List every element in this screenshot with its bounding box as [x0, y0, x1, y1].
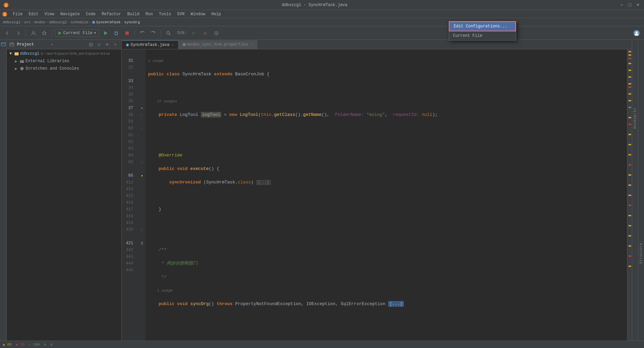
toolbar-redo-button[interactable] — [148, 28, 158, 38]
right-mark-warning-1 — [628, 51, 631, 52]
linenum-33: 33 — [122, 78, 136, 84]
run-config-button[interactable]: Current File ▾ — [55, 29, 99, 37]
project-open-folder-btn[interactable] — [88, 41, 94, 48]
linenum-421: 421 — [122, 240, 136, 247]
tree-external-libraries-label: External Libraries — [25, 59, 69, 64]
menu-build[interactable]: Build — [124, 11, 142, 17]
gutter-417 — [139, 206, 145, 213]
linenum-59: 59 — [122, 118, 136, 125]
gutter-415 — [139, 193, 145, 199]
linenum-35: 35 — [122, 91, 136, 98]
menu-svn[interactable]: SVN — [174, 11, 187, 17]
svn-check-button[interactable]: ✓ — [189, 28, 198, 38]
right-mark-error-5 — [628, 205, 631, 206]
gutter-37[interactable]: ● — [139, 105, 145, 111]
gutter-421a — [139, 233, 145, 240]
toolbar-nav-button[interactable] — [40, 28, 49, 38]
svn-warning-button[interactable]: ⚠ — [200, 28, 210, 38]
gutter-414 — [139, 186, 145, 193]
code-editor[interactable]: 1 usage public class SyncHrmTask extends… — [145, 49, 627, 341]
tab-properties-close[interactable]: ✕ — [249, 43, 253, 47]
run-config-arrow: ▾ — [94, 30, 96, 35]
bookmarks-label[interactable]: Bookmarks — [633, 107, 637, 129]
user-avatar-button[interactable] — [632, 28, 641, 38]
breadcrumb-syncOrg[interactable]: syncOrg — [124, 20, 140, 24]
menu-tools[interactable]: Tools — [156, 11, 174, 17]
code-line-35 — [148, 139, 624, 145]
close-button[interactable]: × — [635, 2, 641, 8]
toolbar-back-button[interactable] — [3, 28, 12, 38]
breadcrumb-ddbxzcgl[interactable]: ddbxzcgl — [3, 20, 21, 24]
gutter-66[interactable]: ● — [139, 172, 145, 179]
menu-code[interactable]: Code — [83, 11, 98, 17]
project-settings-btn[interactable]: ⚙ — [104, 41, 111, 48]
toolbar-user-button[interactable] — [29, 28, 38, 38]
linenum-36: 36 — [122, 98, 136, 105]
status-collapse-btn[interactable]: ∨ — [50, 342, 52, 347]
gutter-62 — [139, 139, 145, 145]
tab-synchrmtask-close[interactable]: ✕ — [171, 43, 174, 47]
breadcrumb-ddbxzcgl2[interactable]: ddbxzcgl — [49, 20, 67, 24]
left-project-icon[interactable] — [0, 41, 6, 47]
gutter-34 — [139, 84, 145, 91]
code-line-36: @Override — [148, 152, 624, 159]
toolbar-run-button[interactable] — [101, 28, 110, 38]
right-mark-warning-11 — [628, 144, 631, 145]
structure-label[interactable]: Structure — [639, 243, 643, 264]
linenum-60: 60 — [122, 125, 136, 132]
project-close-btn[interactable]: ✕ — [112, 41, 119, 48]
dropdown-current-file[interactable]: Current File — [449, 31, 516, 40]
tab-synchrmtask[interactable]: J SyncHrmTask.java ✕ — [122, 40, 178, 49]
title-bar-controls: − □ × — [618, 2, 641, 8]
svn-clock-button[interactable] — [212, 28, 221, 38]
tree-root-item[interactable]: ▼ ddbxzcgl D:\Workspace\SVN_WorkSpace\mi… — [7, 50, 121, 57]
status-expand-btn[interactable]: ∧ — [44, 342, 46, 347]
toolbar-debug-button[interactable] — [112, 28, 121, 38]
project-dropdown-icon[interactable]: ▾ — [51, 43, 53, 47]
toolbar-undo-button[interactable] — [138, 28, 147, 38]
svn-label: SVN: — [177, 31, 187, 35]
linenum-419: 419 — [122, 220, 136, 226]
breadcrumb-schedule[interactable]: schedule — [71, 20, 89, 24]
bookmarks-panel[interactable]: Bookmarks — [632, 40, 638, 341]
maximize-button[interactable]: □ — [626, 2, 633, 8]
breadcrumb-syncHrmTask[interactable]: SyncHrmTask — [92, 20, 121, 24]
toolbar-stop-button[interactable] — [122, 28, 132, 38]
gutter-416 — [139, 199, 145, 206]
menu-edit[interactable]: Edit — [26, 11, 41, 17]
project-collapse-btn[interactable] — [96, 41, 102, 48]
tree-scratches[interactable]: ▶ Scratches and Consoles — [12, 65, 121, 72]
status-errors[interactable]: ▲ 15 — [16, 343, 24, 347]
code-line-59 — [148, 193, 624, 199]
dropdown-edit-configurations[interactable]: Edit Configurations... — [449, 21, 516, 31]
linenum-415: 415 — [122, 193, 136, 199]
minimize-button[interactable]: − — [618, 2, 625, 8]
menu-refactor[interactable]: Refactor — [99, 11, 124, 17]
toolbar-search-button[interactable] — [164, 28, 173, 38]
svg-text:J: J — [127, 44, 128, 47]
right-mark-warning-18 — [628, 235, 631, 237]
linenum-65: 65 — [122, 159, 136, 166]
breadcrumb-msdev[interactable]: msdev — [34, 20, 46, 24]
gutter-421[interactable]: @ — [139, 240, 145, 247]
right-mark-warning-5 — [628, 76, 631, 78]
linenum-442: 442 — [122, 247, 136, 253]
breadcrumb-src[interactable]: src — [24, 20, 31, 24]
right-scrollbar-gutter[interactable] — [627, 49, 632, 341]
menu-window[interactable]: Window — [188, 11, 208, 17]
code-line-usages-31: 1 usage — [148, 57, 624, 64]
menu-file[interactable]: File — [10, 11, 25, 17]
status-ok[interactable]: ✓ 288 — [29, 342, 40, 347]
menu-help[interactable]: Help — [209, 11, 224, 17]
menu-view[interactable]: View — [42, 11, 57, 17]
structure-panel[interactable]: Structure — [638, 40, 644, 341]
menu-run[interactable]: Run — [143, 11, 156, 17]
toolbar-sep-4 — [161, 30, 161, 36]
toolbar-forward-button[interactable] — [14, 28, 23, 38]
right-mark-warning-10 — [628, 134, 631, 135]
tab-properties[interactable]: msdev_sync_hrm.properties ✕ — [178, 40, 257, 49]
status-warnings[interactable]: ▲ 65 — [3, 343, 11, 347]
gutter-32 — [139, 64, 145, 71]
tree-external-libraries[interactable]: ▶ External Libraries — [12, 57, 121, 65]
menu-navigate[interactable]: Navigate — [57, 11, 82, 17]
